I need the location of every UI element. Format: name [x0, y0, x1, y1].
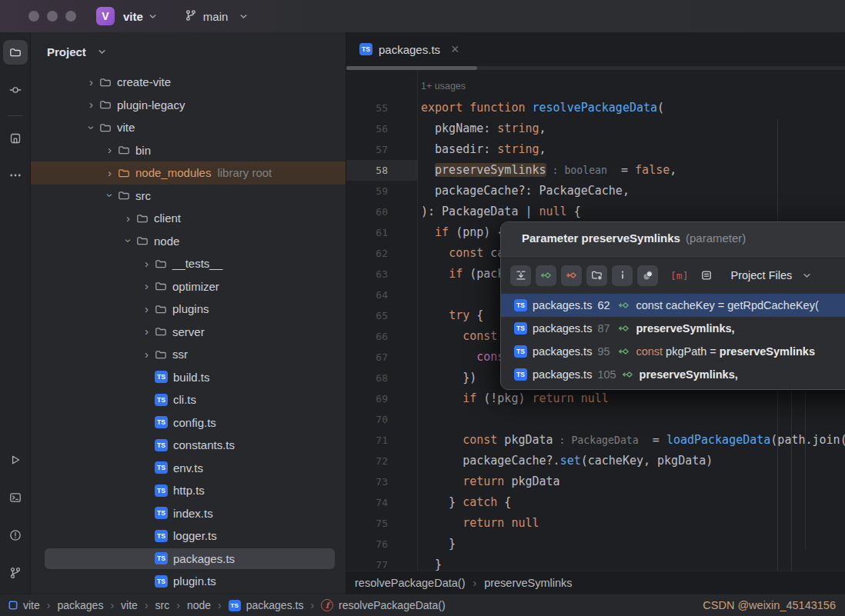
- close-tab-icon[interactable]: ×: [451, 44, 459, 55]
- tree-item-optimizer[interactable]: ›optimizer: [31, 275, 346, 298]
- group-by-file-icon[interactable]: [586, 265, 607, 286]
- chevron-expanded-icon[interactable]: ›: [104, 189, 116, 202]
- breadcrumb-item[interactable]: resolvePackageData(): [355, 577, 465, 589]
- tree-item-client[interactable]: ›client: [31, 207, 346, 230]
- settings-list-icon[interactable]: [700, 269, 713, 281]
- usage-line-number: 87: [597, 322, 613, 335]
- close-window-button[interactable]: [28, 11, 39, 22]
- tab-scrollbar-thumb[interactable]: [346, 66, 477, 70]
- tree-item-cli-ts[interactable]: TScli.ts: [31, 388, 346, 411]
- tree-item-vite[interactable]: ›vite: [31, 116, 346, 139]
- chevron-expanded-icon[interactable]: ›: [85, 121, 98, 134]
- chevron-collapsed-icon[interactable]: ›: [122, 212, 135, 225]
- usages-list: TSpackages.ts62const cacheKey = getRpdCa…: [501, 292, 845, 389]
- branch-widget[interactable]: main: [185, 9, 249, 24]
- tree-item-index-ts[interactable]: TSindex.ts: [31, 502, 346, 525]
- code-editor[interactable]: 1+ usages 55export function resolvePacka…: [346, 71, 845, 571]
- commit-icon[interactable]: [9, 84, 22, 96]
- usage-row-line-62[interactable]: TSpackages.ts62const cacheKey = getRpdCa…: [501, 294, 845, 317]
- tree-item--tests-[interactable]: ›__tests__: [31, 252, 346, 275]
- chevron-collapsed-icon[interactable]: ›: [103, 167, 116, 179]
- tree-item-node[interactable]: ›node: [31, 230, 346, 253]
- code-line-75[interactable]: 75 return null: [346, 513, 845, 534]
- chevron-collapsed-icon[interactable]: ›: [140, 258, 153, 270]
- run-icon[interactable]: [9, 454, 22, 466]
- chevron-collapsed-icon[interactable]: ›: [103, 144, 116, 156]
- write-access-icon[interactable]: [561, 265, 582, 286]
- problems-icon[interactable]: [9, 529, 22, 541]
- project-panel-title: Project: [47, 45, 86, 58]
- line-number: 76: [346, 534, 417, 554]
- project-icon[interactable]: [3, 40, 28, 65]
- info-icon[interactable]: [612, 265, 633, 286]
- tree-item-label: cli.ts: [173, 393, 196, 406]
- minimize-window-button[interactable]: [47, 11, 58, 22]
- tree-item-ssr[interactable]: ›ssr: [31, 343, 346, 366]
- tree-item-logger-ts[interactable]: TSlogger.ts: [31, 524, 346, 548]
- tree-item-src[interactable]: ›src: [31, 185, 346, 208]
- tree-item-env-ts[interactable]: TSenv.ts: [31, 457, 346, 480]
- maximize-window-button[interactable]: [65, 11, 76, 22]
- code-line-57[interactable]: 57 basedir: string,: [346, 139, 845, 160]
- chevron-collapsed-icon[interactable]: ›: [85, 76, 98, 88]
- code-line-69[interactable]: 69 if (!pkg) return null: [346, 388, 845, 409]
- status-crumb[interactable]: src: [155, 599, 170, 611]
- usage-row-line-87[interactable]: TSpackages.ts87preserveSymlinks,: [501, 317, 845, 340]
- typescript-file-icon: TS: [155, 394, 168, 406]
- status-crumb[interactable]: vite: [8, 599, 40, 611]
- chevron-expanded-icon[interactable]: ›: [122, 235, 135, 248]
- code-line-58[interactable]: 58 preserveSymlinks : boolean = false,: [346, 160, 845, 181]
- chevron-collapsed-icon[interactable]: ›: [140, 325, 153, 338]
- usage-row-line-105[interactable]: TSpackages.ts105preserveSymlinks,: [501, 363, 845, 386]
- tree-item-config-ts[interactable]: TSconfig.ts: [31, 411, 346, 435]
- project-panel-header[interactable]: Project: [31, 32, 346, 71]
- tree-item-packages-ts[interactable]: TSpackages.ts: [31, 548, 346, 571]
- tab-packages-ts[interactable]: TS packages.ts ×: [346, 32, 470, 66]
- chevron-collapsed-icon[interactable]: ›: [140, 303, 153, 315]
- status-crumb[interactable]: vite: [121, 599, 138, 611]
- project-name-widget[interactable]: vite: [123, 10, 143, 23]
- code-line-60[interactable]: 60): PackageData | null {: [346, 201, 845, 222]
- code-line-71[interactable]: 71 const pkgData : PackageData = loadPac…: [346, 430, 845, 451]
- usages-inlay-hint[interactable]: 1+ usages: [346, 71, 845, 98]
- tree-item-constants-ts[interactable]: TSconstants.ts: [31, 434, 346, 457]
- tree-item-server[interactable]: ›server: [31, 321, 346, 344]
- tree-item-plugins[interactable]: ›plugins: [31, 298, 346, 321]
- code-line-72[interactable]: 72 packageCache?.set(cacheKey, pkgData): [346, 451, 845, 471]
- tree-item-node-modules[interactable]: ›node_moduleslibrary root: [31, 161, 346, 185]
- terminal-icon[interactable]: [9, 491, 22, 504]
- code-line-77[interactable]: 77 }: [346, 554, 845, 571]
- status-crumb[interactable]: TSpackages.ts: [229, 599, 304, 611]
- code-line-73[interactable]: 73 return pkgData: [346, 471, 845, 492]
- chevron-collapsed-icon[interactable]: ›: [140, 280, 153, 292]
- code-line-74[interactable]: 74 } catch {: [346, 492, 845, 513]
- tree-item-plugin-ts[interactable]: TSplugin.ts: [31, 570, 346, 593]
- code-line-70[interactable]: 70: [346, 409, 845, 430]
- usage-line-number: 105: [597, 368, 616, 381]
- tree-item-create-vite[interactable]: ›create-vite: [31, 71, 346, 94]
- code-line-56[interactable]: 56 pkgName: string,: [346, 118, 845, 139]
- usage-row-line-95[interactable]: TSpackages.ts95const pkgPath = preserveS…: [501, 340, 845, 363]
- chevron-collapsed-icon[interactable]: ›: [140, 348, 153, 361]
- merge-occurrences-icon[interactable]: [m]: [670, 270, 688, 281]
- code-line-55[interactable]: 55export function resolvePackageData(: [346, 98, 845, 118]
- code-line-76[interactable]: 76 }: [346, 534, 845, 554]
- preview-icon[interactable]: [637, 265, 658, 286]
- status-crumb[interactable]: node: [187, 599, 211, 611]
- tree-item-plugin-legacy[interactable]: ›plugin-legacy: [31, 94, 346, 117]
- tree-item-bin[interactable]: ›bin: [31, 139, 346, 162]
- scope-selector[interactable]: Project Files: [730, 269, 811, 281]
- status-crumb[interactable]: fresolvePackageData(): [321, 599, 446, 611]
- code-line-59[interactable]: 59 packageCache?: PackageCache,: [346, 181, 845, 201]
- tree-item-http-ts[interactable]: TShttp.ts: [31, 479, 346, 502]
- version-control-icon[interactable]: [9, 567, 22, 579]
- read-access-icon[interactable]: [536, 265, 556, 286]
- find-window-icon[interactable]: [510, 265, 531, 286]
- tree-item-build-ts[interactable]: TSbuild.ts: [31, 366, 346, 389]
- more-icon[interactable]: [9, 169, 22, 181]
- popup-title-bar[interactable]: Parameter preserveSymlinks (parameter): [501, 222, 845, 258]
- bookmarks-icon[interactable]: [9, 132, 22, 145]
- chevron-collapsed-icon[interactable]: ›: [85, 98, 98, 111]
- breadcrumb-item[interactable]: preserveSymlinks: [484, 577, 572, 589]
- status-crumb[interactable]: packages: [57, 599, 103, 611]
